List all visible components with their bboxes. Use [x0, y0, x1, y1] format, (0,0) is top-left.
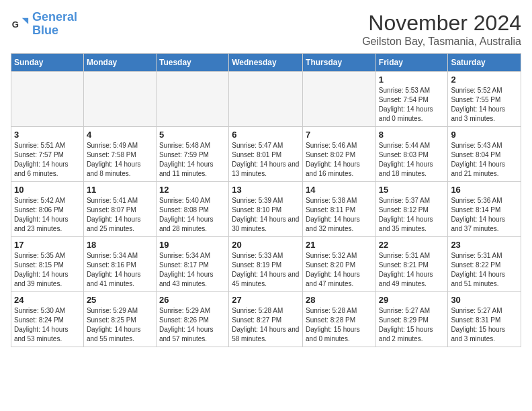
cell-text: Sunrise: 5:53 AM Sunset: 7:54 PM Dayligh… [379, 86, 445, 124]
day-number: 6 [232, 130, 300, 140]
cell-text: Sunrise: 5:39 AM Sunset: 8:10 PM Dayligh… [232, 196, 300, 234]
day-number: 24 [14, 295, 81, 305]
day-number: 14 [306, 185, 373, 195]
weekday-header: Tuesday [156, 54, 228, 72]
calendar-cell: 16Sunrise: 5:36 AM Sunset: 8:14 PM Dayli… [448, 182, 521, 237]
cell-text: Sunrise: 5:31 AM Sunset: 8:22 PM Dayligh… [451, 251, 518, 289]
cell-text: Sunrise: 5:36 AM Sunset: 8:14 PM Dayligh… [451, 196, 518, 234]
day-number: 29 [379, 295, 445, 305]
calendar-cell [83, 72, 156, 127]
day-number: 5 [159, 130, 226, 140]
calendar-week-row: 17Sunrise: 5:35 AM Sunset: 8:15 PM Dayli… [11, 237, 521, 292]
calendar-cell [11, 72, 84, 127]
day-number: 9 [451, 130, 518, 140]
calendar-cell: 8Sunrise: 5:44 AM Sunset: 8:03 PM Daylig… [375, 127, 448, 182]
calendar-cell: 1Sunrise: 5:53 AM Sunset: 7:54 PM Daylig… [375, 72, 448, 127]
day-number: 30 [451, 295, 518, 305]
cell-text: Sunrise: 5:27 AM Sunset: 8:31 PM Dayligh… [451, 306, 518, 344]
calendar-cell: 27Sunrise: 5:28 AM Sunset: 8:27 PM Dayli… [229, 292, 303, 347]
calendar-cell [229, 72, 303, 127]
calendar-cell: 23Sunrise: 5:31 AM Sunset: 8:22 PM Dayli… [448, 237, 521, 292]
day-number: 2 [451, 75, 518, 85]
calendar-cell: 10Sunrise: 5:42 AM Sunset: 8:06 PM Dayli… [11, 182, 84, 237]
day-number: 20 [232, 240, 300, 250]
calendar-cell: 14Sunrise: 5:38 AM Sunset: 8:11 PM Dayli… [303, 182, 376, 237]
calendar-cell: 12Sunrise: 5:40 AM Sunset: 8:08 PM Dayli… [156, 182, 228, 237]
day-number: 16 [451, 185, 518, 195]
calendar-cell: 20Sunrise: 5:33 AM Sunset: 8:19 PM Dayli… [229, 237, 303, 292]
day-number: 3 [14, 130, 81, 140]
cell-text: Sunrise: 5:37 AM Sunset: 8:12 PM Dayligh… [379, 196, 445, 234]
cell-text: Sunrise: 5:29 AM Sunset: 8:26 PM Dayligh… [159, 306, 226, 344]
calendar-week-row: 24Sunrise: 5:30 AM Sunset: 8:24 PM Dayli… [11, 292, 521, 347]
calendar-cell: 3Sunrise: 5:51 AM Sunset: 7:57 PM Daylig… [11, 127, 84, 182]
title-area: November 2024 Geilston Bay, Tasmania, Au… [362, 11, 521, 48]
day-number: 22 [379, 240, 445, 250]
calendar-cell: 11Sunrise: 5:41 AM Sunset: 8:07 PM Dayli… [83, 182, 156, 237]
cell-text: Sunrise: 5:52 AM Sunset: 7:55 PM Dayligh… [451, 86, 518, 124]
day-number: 21 [306, 240, 373, 250]
day-number: 27 [232, 295, 300, 305]
calendar-cell: 26Sunrise: 5:29 AM Sunset: 8:26 PM Dayli… [156, 292, 228, 347]
cell-text: Sunrise: 5:31 AM Sunset: 8:21 PM Dayligh… [379, 251, 445, 289]
calendar-table: SundayMondayTuesdayWednesdayThursdayFrid… [11, 53, 521, 347]
cell-text: Sunrise: 5:35 AM Sunset: 8:15 PM Dayligh… [14, 251, 81, 289]
calendar-cell: 24Sunrise: 5:30 AM Sunset: 8:24 PM Dayli… [11, 292, 84, 347]
calendar-cell: 6Sunrise: 5:47 AM Sunset: 8:01 PM Daylig… [229, 127, 303, 182]
weekday-header: Wednesday [229, 54, 303, 72]
logo-text: General Blue [32, 11, 77, 38]
cell-text: Sunrise: 5:47 AM Sunset: 8:01 PM Dayligh… [232, 141, 300, 179]
cell-text: Sunrise: 5:34 AM Sunset: 8:16 PM Dayligh… [87, 251, 153, 289]
calendar-week-row: 1Sunrise: 5:53 AM Sunset: 7:54 PM Daylig… [11, 72, 521, 127]
logo-icon: G [11, 15, 30, 34]
cell-text: Sunrise: 5:48 AM Sunset: 7:59 PM Dayligh… [159, 141, 226, 179]
header: G General Blue November 2024 Geilston Ba… [11, 11, 521, 48]
weekday-header-row: SundayMondayTuesdayWednesdayThursdayFrid… [11, 54, 521, 72]
day-number: 8 [379, 130, 445, 140]
cell-text: Sunrise: 5:29 AM Sunset: 8:25 PM Dayligh… [87, 306, 153, 344]
day-number: 25 [87, 295, 153, 305]
cell-text: Sunrise: 5:33 AM Sunset: 8:19 PM Dayligh… [232, 251, 300, 289]
cell-text: Sunrise: 5:42 AM Sunset: 8:06 PM Dayligh… [14, 196, 81, 234]
calendar-cell: 4Sunrise: 5:49 AM Sunset: 7:58 PM Daylig… [83, 127, 156, 182]
calendar-cell: 18Sunrise: 5:34 AM Sunset: 8:16 PM Dayli… [83, 237, 156, 292]
day-number: 7 [306, 130, 373, 140]
weekday-header: Friday [375, 54, 448, 72]
cell-text: Sunrise: 5:41 AM Sunset: 8:07 PM Dayligh… [87, 196, 153, 234]
day-number: 28 [306, 295, 373, 305]
weekday-header: Sunday [11, 54, 84, 72]
cell-text: Sunrise: 5:32 AM Sunset: 8:20 PM Dayligh… [306, 251, 373, 289]
calendar-cell: 22Sunrise: 5:31 AM Sunset: 8:21 PM Dayli… [375, 237, 448, 292]
calendar-cell: 7Sunrise: 5:46 AM Sunset: 8:02 PM Daylig… [303, 127, 376, 182]
calendar-week-row: 3Sunrise: 5:51 AM Sunset: 7:57 PM Daylig… [11, 127, 521, 182]
cell-text: Sunrise: 5:27 AM Sunset: 8:29 PM Dayligh… [379, 306, 445, 344]
day-number: 12 [159, 185, 226, 195]
calendar-cell: 17Sunrise: 5:35 AM Sunset: 8:15 PM Dayli… [11, 237, 84, 292]
cell-text: Sunrise: 5:28 AM Sunset: 8:27 PM Dayligh… [232, 306, 300, 344]
day-number: 15 [379, 185, 445, 195]
cell-text: Sunrise: 5:28 AM Sunset: 8:28 PM Dayligh… [306, 306, 373, 344]
cell-text: Sunrise: 5:49 AM Sunset: 7:58 PM Dayligh… [87, 141, 153, 179]
weekday-header: Saturday [448, 54, 521, 72]
calendar-cell: 29Sunrise: 5:27 AM Sunset: 8:29 PM Dayli… [375, 292, 448, 347]
calendar-cell: 13Sunrise: 5:39 AM Sunset: 8:10 PM Dayli… [229, 182, 303, 237]
location-title: Geilston Bay, Tasmania, Australia [362, 36, 521, 48]
logo: G General Blue [11, 11, 77, 38]
svg-marker-1 [22, 17, 28, 24]
day-number: 1 [379, 75, 445, 85]
calendar-week-row: 10Sunrise: 5:42 AM Sunset: 8:06 PM Dayli… [11, 182, 521, 237]
calendar-cell: 15Sunrise: 5:37 AM Sunset: 8:12 PM Dayli… [375, 182, 448, 237]
day-number: 4 [87, 130, 153, 140]
cell-text: Sunrise: 5:34 AM Sunset: 8:17 PM Dayligh… [159, 251, 226, 289]
weekday-header: Thursday [303, 54, 376, 72]
cell-text: Sunrise: 5:38 AM Sunset: 8:11 PM Dayligh… [306, 196, 373, 234]
cell-text: Sunrise: 5:30 AM Sunset: 8:24 PM Dayligh… [14, 306, 81, 344]
cell-text: Sunrise: 5:43 AM Sunset: 8:04 PM Dayligh… [451, 141, 518, 179]
day-number: 19 [159, 240, 226, 250]
cell-text: Sunrise: 5:44 AM Sunset: 8:03 PM Dayligh… [379, 141, 445, 179]
day-number: 17 [14, 240, 81, 250]
cell-text: Sunrise: 5:46 AM Sunset: 8:02 PM Dayligh… [306, 141, 373, 179]
cell-text: Sunrise: 5:40 AM Sunset: 8:08 PM Dayligh… [159, 196, 226, 234]
day-number: 23 [451, 240, 518, 250]
day-number: 26 [159, 295, 226, 305]
